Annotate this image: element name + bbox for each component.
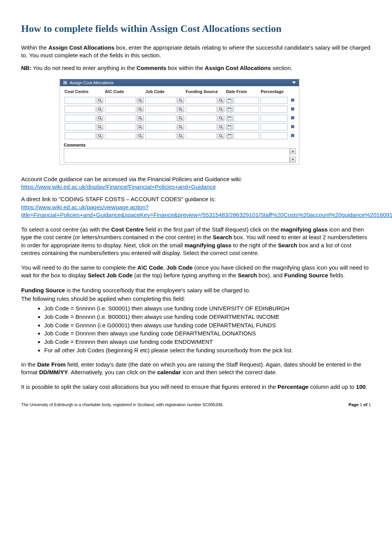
table-row: ✖	[64, 105, 296, 113]
svg-line-3	[141, 101, 142, 102]
magnifying-glass-icon[interactable]	[177, 123, 184, 130]
magnifying-glass-icon[interactable]	[96, 132, 103, 139]
magnifying-glass-icon[interactable]	[96, 115, 103, 122]
text-bold: Funding Source	[284, 272, 328, 278]
magnifying-glass-icon[interactable]	[218, 132, 224, 139]
calendar-icon[interactable]	[226, 123, 233, 130]
cost-centre-input[interactable]	[65, 132, 96, 139]
cost-centre-input[interactable]	[65, 97, 96, 104]
footer-text: The University of Edinburgh is a charita…	[21, 402, 224, 407]
cost-centre-input[interactable]	[65, 115, 96, 122]
date-from-input[interactable]	[234, 106, 259, 113]
magnifying-glass-icon[interactable]	[137, 97, 144, 104]
job-code-input[interactable]	[145, 106, 176, 113]
date-from-input[interactable]	[234, 132, 259, 139]
finance-guidance-link[interactable]: https://www.wiki.ed.ac.uk/display/Financ…	[21, 183, 216, 190]
magnifying-glass-icon[interactable]	[218, 97, 224, 104]
magnifying-glass-icon[interactable]	[96, 97, 103, 104]
svg-line-25	[101, 118, 102, 120]
magnifying-glass-icon[interactable]	[218, 106, 224, 113]
magnifying-glass-icon[interactable]	[218, 123, 224, 130]
ac-code-input[interactable]	[105, 123, 136, 130]
calendar-icon[interactable]	[226, 106, 233, 113]
svg-rect-45	[228, 125, 231, 126]
svg-line-15	[141, 110, 142, 111]
ac-code-input[interactable]	[105, 106, 136, 113]
scroll-up-icon[interactable]	[290, 148, 296, 154]
funding-source-input[interactable]	[186, 106, 217, 113]
svg-point-6	[219, 99, 222, 101]
delete-row-icon[interactable]: ✖	[289, 115, 295, 121]
job-code-input[interactable]	[145, 97, 176, 104]
svg-point-36	[98, 125, 101, 128]
funding-source-input[interactable]	[186, 97, 217, 104]
text: fields.	[328, 272, 345, 278]
date-from-input[interactable]	[234, 115, 259, 122]
percentage-input[interactable]	[261, 115, 287, 122]
svg-point-50	[139, 134, 141, 137]
text: To select a cost centre (as with the	[21, 226, 111, 233]
svg-point-24	[98, 117, 101, 119]
percentage-input[interactable]	[261, 132, 287, 139]
scroll-down-icon[interactable]	[290, 157, 296, 163]
page-title: How to complete fields within Assign Cos…	[21, 23, 371, 35]
magnifying-glass-icon[interactable]	[177, 97, 184, 104]
paragraph: A direct link to "CODING STAFF COSTS – A…	[21, 195, 371, 219]
magnifying-glass-icon[interactable]	[177, 106, 184, 113]
text-bold: Job Code	[166, 264, 193, 271]
delete-row-icon[interactable]: ✖	[289, 133, 295, 138]
comments-input[interactable]	[64, 148, 290, 163]
magnifying-glass-icon[interactable]	[96, 106, 103, 113]
cost-centre-input[interactable]	[65, 106, 96, 113]
text-bold: Search	[278, 242, 297, 248]
delete-row-icon[interactable]: ✖	[289, 124, 295, 130]
calendar-icon[interactable]	[226, 97, 233, 104]
calendar-icon[interactable]	[226, 115, 233, 122]
comments-scrollbar[interactable]	[290, 148, 296, 163]
text-bold: Page	[349, 402, 360, 407]
cost-centre-input[interactable]	[65, 123, 96, 130]
calendar-icon[interactable]	[226, 132, 233, 139]
account-codes-link[interactable]: https://www.wiki.ed.ac.uk/pages/viewpage…	[21, 204, 392, 218]
magnifying-glass-icon[interactable]	[177, 132, 184, 139]
funding-source-input[interactable]	[186, 132, 217, 139]
percentage-input[interactable]	[261, 106, 287, 113]
job-code-input[interactable]	[145, 115, 176, 122]
svg-marker-60	[292, 150, 294, 152]
svg-line-13	[101, 110, 102, 111]
text: icon and then select the correct date.	[181, 369, 277, 375]
text-bold: Date From	[37, 361, 66, 368]
restore-icon[interactable]	[63, 81, 67, 85]
text-bold: Select Job Code	[88, 272, 133, 278]
text-bold: magnifying glass	[184, 242, 232, 248]
ac-code-input[interactable]	[105, 115, 136, 122]
svg-point-48	[98, 134, 101, 137]
text: (at the top) before typing anything in t…	[133, 272, 238, 278]
magnifying-glass-icon[interactable]	[137, 123, 144, 130]
funding-source-input[interactable]	[186, 115, 217, 122]
magnifying-glass-icon[interactable]	[177, 115, 184, 122]
delete-row-icon[interactable]: ✖	[289, 97, 295, 103]
ac-code-input[interactable]	[105, 97, 136, 104]
ac-code-input[interactable]	[105, 132, 136, 139]
svg-line-5	[181, 101, 183, 102]
delete-row-icon[interactable]: ✖	[289, 106, 295, 112]
date-from-input[interactable]	[234, 123, 259, 130]
nb-paragraph: NB: You do not need to enter anything in…	[21, 64, 371, 72]
text-bold: 100	[356, 383, 365, 390]
magnifying-glass-icon[interactable]	[137, 106, 144, 113]
job-code-input[interactable]	[145, 123, 176, 130]
date-from-input[interactable]	[234, 97, 259, 104]
magnifying-glass-icon[interactable]	[137, 115, 144, 122]
magnifying-glass-icon[interactable]	[137, 132, 144, 139]
chevron-down-icon[interactable]	[292, 82, 296, 84]
magnifying-glass-icon[interactable]	[218, 115, 224, 122]
svg-line-49	[101, 136, 102, 137]
svg-rect-21	[228, 108, 231, 108]
funding-source-input[interactable]	[186, 123, 217, 130]
job-code-input[interactable]	[145, 132, 176, 139]
text: box within the	[166, 65, 205, 71]
percentage-input[interactable]	[261, 97, 287, 104]
percentage-input[interactable]	[261, 123, 287, 130]
magnifying-glass-icon[interactable]	[96, 123, 103, 130]
